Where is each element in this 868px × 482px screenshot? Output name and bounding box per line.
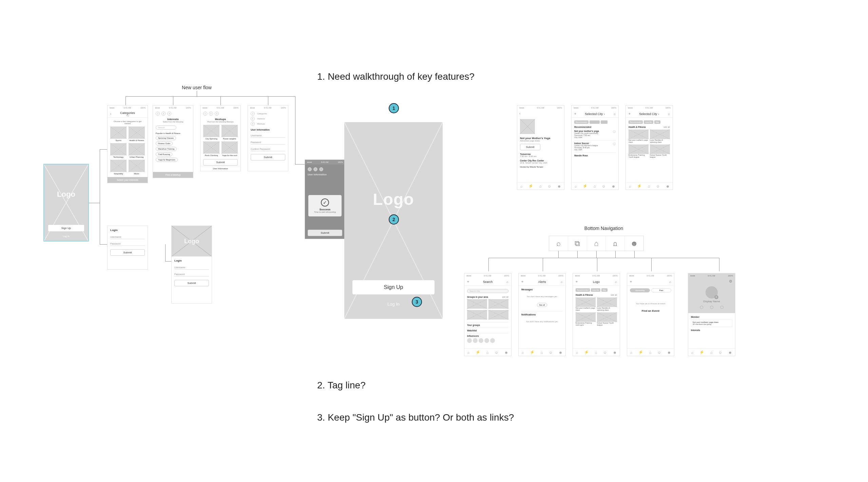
category-tile[interactable]: Urban Planning [129, 143, 145, 158]
tab-profile-icon[interactable]: ☻ [557, 184, 561, 188]
signup-button[interactable]: Sign Up [352, 280, 435, 294]
login-link[interactable]: Log In [344, 302, 443, 307]
tab-bolt-icon[interactable]: ⚡ [583, 184, 587, 188]
category-tile[interactable]: Sports [110, 127, 127, 141]
plus-icon[interactable]: + [574, 112, 576, 116]
submit-button[interactable]: Submit [308, 230, 342, 236]
filter-chip[interactable]: Map [601, 288, 607, 292]
signup-button[interactable]: Sign Up [48, 225, 84, 231]
section-your-groups[interactable]: Your groups [467, 322, 508, 326]
filter-chip[interactable] [590, 120, 600, 124]
search-input[interactable]: Search [156, 126, 176, 130]
search-icon[interactable]: ⌕ [614, 112, 616, 116]
grid-item[interactable] [488, 299, 508, 309]
interest-chip[interactable]: Yoga for Beginners [156, 158, 178, 162]
meetup-tile[interactable]: City Spinning [203, 125, 220, 140]
tab-home-icon[interactable]: ⌂ [648, 184, 650, 188]
interest-chip[interactable]: Marathon Training [156, 147, 177, 151]
grid-item[interactable] [467, 299, 487, 309]
nav-home-icon[interactable]: ⌂ [587, 236, 606, 251]
see-all-link[interactable]: see all [663, 126, 670, 128]
tab-search-icon[interactable]: ⌕ [629, 184, 631, 188]
submit-button[interactable]: Submit [110, 249, 145, 256]
nav-profile-icon[interactable]: ☻ [625, 236, 643, 251]
tab-group-icon[interactable]: ☺ [656, 184, 660, 188]
category-tile[interactable]: Technology [110, 143, 127, 158]
grid-item[interactable]: Love Handles A spinning class [597, 297, 617, 311]
back-icon[interactable]: ‹ [519, 112, 520, 115]
grid-item[interactable] [467, 310, 487, 320]
tab-search-icon[interactable]: ⌕ [520, 184, 523, 188]
see-all-link[interactable]: See all [537, 303, 547, 307]
grid-item[interactable] [488, 310, 508, 320]
avatar[interactable] [479, 338, 483, 343]
header-title[interactable]: Selected City ▾ [585, 112, 605, 116]
select-interests-button[interactable]: Select your interests [108, 177, 148, 183]
password-field[interactable]: Password [110, 241, 145, 246]
filter-chip[interactable]: Love this [644, 120, 653, 124]
tab-group-icon[interactable]: ☺ [602, 184, 605, 188]
username-field[interactable]: Username [174, 265, 209, 270]
avatar[interactable] [484, 338, 489, 343]
tab-home-icon[interactable]: ⌂ [594, 184, 596, 188]
header-title[interactable]: Selected City ▾ [639, 112, 659, 116]
search-icon[interactable]: ⌕ [668, 112, 670, 116]
tab-group-icon[interactable]: ☺ [547, 184, 551, 188]
tab-upcoming[interactable]: Upcoming [630, 288, 650, 292]
grid-item[interactable]: Indoor Soccer Youth league [597, 312, 617, 326]
add-icon[interactable]: + [714, 295, 718, 299]
info-icon[interactable]: ⓘ [613, 142, 616, 146]
tab-profile-icon[interactable]: ☻ [612, 184, 616, 188]
list-item[interactable]: Mandie Rose [574, 154, 616, 157]
tab-home-icon[interactable]: ⌂ [539, 184, 542, 188]
gear-icon[interactable]: ⚙ [729, 279, 732, 284]
tab-past[interactable]: Past [651, 288, 671, 292]
grid-item[interactable]: Not your mother's yoga class [576, 297, 596, 311]
password-field[interactable]: Password [251, 140, 285, 144]
tab-bolt-icon[interactable]: ⚡ [637, 184, 642, 188]
plus-icon[interactable]: + [467, 280, 469, 284]
tab-profile-icon[interactable]: ☻ [666, 184, 670, 188]
meetup-tile[interactable]: Yoga for the soul [221, 141, 238, 156]
filter-chip[interactable]: Recommended [574, 120, 589, 124]
list-item[interactable]: ⓘ Not your mother's yoga Center City you… [574, 130, 616, 140]
avatar[interactable] [467, 338, 472, 343]
filter-chip[interactable]: Recommended [576, 288, 590, 292]
see-all-link[interactable]: see all [611, 294, 617, 296]
nav-bolt-icon[interactable]: ⧉ [568, 236, 587, 251]
meetup-tile[interactable]: Rock Climbing [203, 141, 220, 156]
grid-item[interactable]: Not your mother's yoga class [629, 130, 649, 143]
filter-chip[interactable]: Love this [591, 288, 600, 292]
info-icon[interactable]: ⓘ [613, 130, 616, 134]
confirm-password-field[interactable]: Confirm Password [251, 147, 285, 151]
search-icon[interactable]: ⌕ [506, 280, 508, 284]
category-tile[interactable]: Music [129, 160, 145, 175]
avatar[interactable]: + [706, 286, 718, 298]
category-tile[interactable]: Health & Fitness [129, 127, 145, 141]
tab-search-icon[interactable]: ⌕ [575, 184, 577, 188]
search-icon[interactable]: ⌕ [561, 280, 563, 284]
grid-item[interactable]: Indoor Soccer Youth league [650, 144, 670, 158]
avatar[interactable] [490, 338, 495, 343]
grid-item[interactable]: Endurance Training Youth league [629, 144, 649, 158]
search-input[interactable]: Search City [467, 289, 508, 293]
submit-button[interactable]: Submit [251, 154, 285, 160]
username-field[interactable]: Username [110, 234, 145, 239]
member-card[interactable]: Not your mothers yoga class 30 members a… [691, 320, 732, 327]
grid-item[interactable]: Love Handles A spinning class [650, 130, 670, 143]
search-icon[interactable]: ⌕ [669, 280, 671, 284]
filter-chip[interactable]: Map [654, 120, 660, 124]
user-info-link[interactable]: User Information [200, 166, 240, 171]
search-icon[interactable]: ⌕ [615, 280, 617, 284]
find-meetup-button[interactable]: Find a Meetup [153, 172, 193, 178]
section-influencers[interactable]: Influencers [467, 333, 508, 337]
grid-item[interactable]: Endurance Training swim gym [576, 312, 596, 326]
back-icon[interactable]: ‹ [110, 112, 111, 116]
submit-button[interactable]: Submit [174, 280, 209, 286]
filter-chip[interactable] [601, 120, 607, 124]
plus-icon[interactable]: + [630, 280, 632, 284]
tab-bolt-icon[interactable]: ⚡ [528, 184, 533, 188]
find-event-link[interactable]: Find an Event [630, 309, 671, 312]
interest-chip[interactable]: Trail Running [156, 152, 172, 156]
submit-button[interactable]: Submit [520, 144, 540, 150]
